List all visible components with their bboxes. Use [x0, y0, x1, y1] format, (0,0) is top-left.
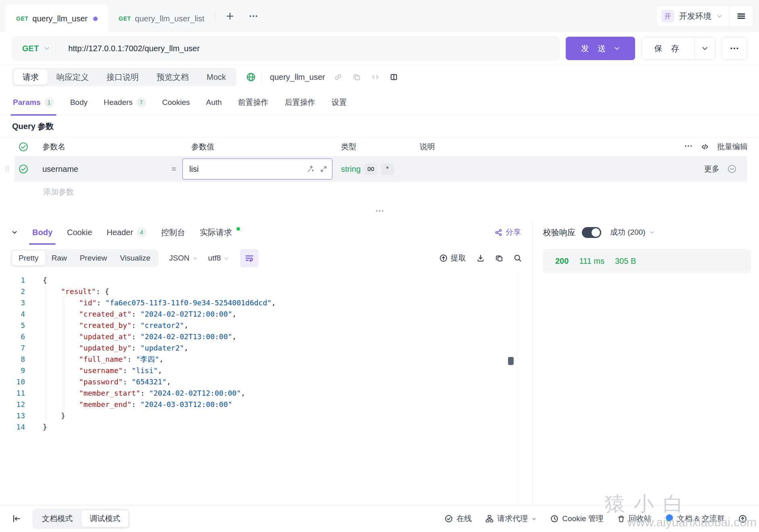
split-drag-handle[interactable] [0, 202, 759, 220]
save-button[interactable]: 保 存 [642, 37, 715, 60]
scrollbar-thumb[interactable] [508, 357, 514, 365]
schema-link-icon[interactable] [364, 163, 377, 175]
request-more-button[interactable] [722, 37, 747, 60]
unsaved-dot [93, 17, 98, 21]
code-lines: 1{2"result": {3"id": "fa6ec075-11f3-11f0… [0, 275, 532, 433]
send-button[interactable]: 发 送 [566, 37, 635, 60]
chevron-down-icon [531, 516, 537, 522]
doc-mode-button[interactable]: 文档模式 [33, 510, 81, 528]
tab-mock[interactable]: Mock [198, 69, 235, 85]
encoding-select[interactable]: utf8 [208, 254, 229, 263]
format-select[interactable]: JSON [169, 254, 198, 263]
collapse-sidebar-icon[interactable] [12, 514, 21, 523]
request-tab-query-llm-user[interactable]: GET query_llm_user [6, 5, 108, 32]
mode-visualize[interactable]: Visualize [113, 251, 157, 265]
tab-more-icon[interactable] [245, 11, 262, 21]
split-panel-icon[interactable] [390, 73, 398, 81]
request-section-tabs: Params 1 Body Headers 7 Cookies Auth 前置操… [0, 89, 759, 116]
tab-settings[interactable]: 设置 [332, 89, 347, 115]
param-type[interactable]: string [341, 165, 361, 174]
share-button[interactable]: 分享 [495, 227, 521, 238]
tab-title: query_llm_user [32, 14, 88, 23]
copy-icon[interactable] [353, 73, 361, 81]
code-icon[interactable] [701, 143, 709, 151]
method-select[interactable]: GET [13, 44, 44, 53]
tab-params[interactable]: Params 1 [13, 89, 54, 115]
method-badge: GET [16, 15, 28, 22]
tab-response-definition[interactable]: 响应定义 [48, 69, 98, 85]
search-icon[interactable] [514, 254, 522, 262]
validate-toggle[interactable] [582, 227, 601, 238]
new-tab-button[interactable] [221, 12, 239, 21]
chevron-down-icon[interactable] [44, 45, 50, 52]
response-size: 305 B [615, 257, 636, 266]
header-count-badge: 4 [137, 227, 146, 237]
chevron-down-icon [192, 256, 198, 261]
required-asterisk[interactable]: * [381, 163, 394, 175]
headers-count-badge: 7 [136, 98, 146, 107]
request-tab-query-llm-user-list[interactable]: GET query_llm_user_list [108, 5, 215, 32]
param-value-input[interactable]: lisi [182, 159, 332, 179]
mode-raw[interactable]: Raw [45, 251, 73, 265]
param-row-username: username = lisi string [0, 156, 759, 182]
tab-preview-doc[interactable]: 预览文档 [148, 69, 198, 85]
download-icon[interactable] [477, 254, 485, 262]
debug-mode-button[interactable]: 调试模式 [81, 510, 129, 528]
tab-response-header[interactable]: Header 4 [107, 220, 146, 245]
response-body-editor[interactable]: 1{2"result": {3"id": "fa6ec075-11f3-11f0… [0, 271, 532, 505]
tab-actual-request[interactable]: 实际请求 [200, 220, 240, 245]
header-more-icon[interactable] [684, 142, 693, 152]
tab-response-cookie[interactable]: Cookie [67, 220, 92, 245]
collapse-response-chevron[interactable] [11, 229, 18, 236]
param-name[interactable]: username [32, 165, 165, 174]
drag-handle[interactable] [0, 156, 15, 182]
expand-icon[interactable] [320, 165, 327, 173]
code-line: 8"full_name": "李四", [0, 354, 532, 365]
batch-edit-link[interactable]: 批量编辑 [717, 142, 748, 152]
scroll-top-icon[interactable] [738, 515, 747, 523]
apifox-window: GET query_llm_user GET query_llm_user_li… [0, 0, 759, 532]
magic-wand-icon[interactable] [306, 165, 314, 173]
validate-result-select[interactable]: 成功 (200) [610, 227, 655, 238]
extract-button[interactable]: 提取 [439, 253, 466, 263]
copy-response-icon[interactable] [495, 254, 503, 262]
link-icon[interactable] [334, 73, 342, 81]
tab-auth[interactable]: Auth [206, 89, 222, 115]
tab-body[interactable]: Body [70, 89, 88, 115]
code-line: 2"result": { [0, 286, 532, 297]
remove-row-icon[interactable] [728, 165, 736, 173]
docs-community[interactable]: 文档 & 交流群 [665, 513, 725, 524]
tab-post-actions[interactable]: 后置操作 [285, 89, 316, 115]
cookie-manager[interactable]: Cookie 管理 [550, 513, 603, 524]
hamburger-menu-icon[interactable] [736, 11, 746, 21]
code-icon[interactable] [371, 73, 379, 81]
save-options-chevron[interactable] [694, 37, 715, 60]
send-options-chevron[interactable] [614, 45, 620, 52]
word-wrap-button[interactable] [240, 249, 259, 267]
tab-response-body[interactable]: Body [32, 220, 52, 245]
chevron-down-icon[interactable] [716, 13, 723, 19]
code-line: 12"member_end": "2024-03-03T12:00:00" [0, 399, 532, 410]
online-status[interactable]: 在线 [445, 513, 472, 524]
row-more-link[interactable]: 更多 [704, 164, 719, 174]
env-selector[interactable]: 开发环境 [679, 11, 711, 22]
equals-sign: = [165, 165, 182, 174]
globe-icon[interactable] [246, 72, 256, 82]
mode-pretty[interactable]: Pretty [12, 251, 45, 265]
tab-cookies[interactable]: Cookies [162, 89, 190, 115]
mode-preview[interactable]: Preview [73, 251, 114, 265]
tab-request[interactable]: 请求 [14, 69, 48, 85]
param-enabled-checkbox[interactable] [15, 164, 32, 174]
tab-console[interactable]: 控制台 [161, 220, 185, 245]
recycle-bin[interactable]: 回收站 [617, 513, 652, 524]
add-param-row[interactable]: 添加参数 [0, 182, 759, 202]
online-check-icon [445, 515, 453, 523]
request-proxy[interactable]: 请求代理 [485, 513, 537, 524]
url-input[interactable]: http://127.0.0.1:7002/query_llm_user [56, 44, 200, 53]
mode-switch: 文档模式 调试模式 [32, 509, 130, 529]
tab-pre-actions[interactable]: 前置操作 [238, 89, 269, 115]
tab-api-description[interactable]: 接口说明 [98, 69, 148, 85]
select-all-checkbox[interactable] [15, 142, 32, 152]
tab-headers[interactable]: Headers 7 [104, 89, 146, 115]
status-code: 200 [555, 257, 569, 266]
